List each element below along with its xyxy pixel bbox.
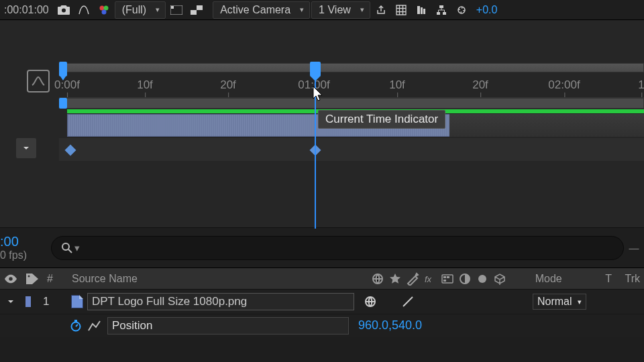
adjustment-icon[interactable] bbox=[458, 272, 472, 286]
svg-rect-8 bbox=[197, 10, 203, 15]
viewer-top-bar: :00:01:00 (Full) ▾ Active Camera ▾ 1 Vie… bbox=[0, 0, 644, 20]
svg-rect-24 bbox=[443, 280, 446, 282]
svg-line-32 bbox=[76, 324, 78, 326]
comp-info-strip: :00 0 fps) ▾ — bbox=[0, 228, 644, 268]
video-switch-icon[interactable] bbox=[371, 272, 384, 286]
svg-rect-22 bbox=[442, 275, 453, 283]
preview-timecode[interactable]: :00:01:00 bbox=[3, 4, 53, 16]
comp-timecode[interactable]: :00 bbox=[0, 234, 46, 249]
timeline-search[interactable]: ▾ bbox=[51, 236, 624, 260]
grid-icon[interactable] bbox=[392, 1, 411, 19]
comp-nav-icon[interactable] bbox=[74, 1, 93, 19]
3d-layer-icon[interactable] bbox=[476, 272, 489, 286]
property-name[interactable]: Position bbox=[107, 317, 349, 335]
svg-point-16 bbox=[62, 243, 69, 250]
index-header[interactable]: # bbox=[43, 268, 68, 289]
tick-label: 10f bbox=[137, 78, 153, 92]
blend-mode-dropdown[interactable]: Normal ▾ bbox=[533, 294, 586, 310]
flowchart-icon[interactable] bbox=[432, 1, 451, 19]
resolution-label: (Full) bbox=[122, 4, 146, 16]
layer-index: 1 bbox=[35, 290, 67, 314]
mode-header[interactable]: Mode bbox=[531, 268, 601, 289]
property-value[interactable]: 960.0,540.0 bbox=[358, 318, 422, 333]
camera-dropdown[interactable]: Active Camera ▾ bbox=[213, 1, 310, 19]
time-navigator[interactable] bbox=[59, 63, 644, 72]
svg-rect-10 bbox=[421, 7, 423, 14]
tooltip: Current Time Indicator bbox=[318, 110, 445, 129]
keyframe-diamond[interactable] bbox=[65, 145, 76, 156]
time-ruler[interactable]: 0:00f 10f 20f 01:00f 10f 20f 02:00f 1 bbox=[59, 72, 644, 98]
solo-switch-icon[interactable] bbox=[388, 272, 402, 286]
tick-label: 20f bbox=[220, 78, 236, 92]
value-graph-icon[interactable] bbox=[86, 318, 103, 334]
comp-fps: 0 fps) bbox=[0, 249, 46, 261]
frame-blend-icon[interactable]: fx bbox=[423, 272, 437, 286]
snapshot-icon[interactable] bbox=[54, 1, 73, 19]
share-view-icon[interactable] bbox=[372, 1, 390, 19]
shy-toggle-icon[interactable] bbox=[0, 268, 21, 289]
transparency-grid-icon[interactable] bbox=[167, 1, 186, 19]
camera-label: Active Camera bbox=[220, 4, 290, 16]
layer-bar-outside bbox=[449, 114, 644, 137]
svg-rect-23 bbox=[443, 276, 446, 278]
tag-icon[interactable] bbox=[21, 268, 43, 289]
keyframe-diamond[interactable] bbox=[310, 145, 321, 156]
svg-point-27 bbox=[478, 275, 486, 283]
view-count-label: 1 View bbox=[319, 4, 351, 16]
svg-text:fx: fx bbox=[425, 274, 432, 284]
motion-blur-icon[interactable] bbox=[441, 272, 454, 286]
timeline-viewport[interactable]: 0:00f 10f 20f 01:00f 10f 20f 02:00f 1 Cu… bbox=[0, 20, 644, 228]
mask-toggle-icon[interactable] bbox=[187, 1, 206, 19]
svg-rect-7 bbox=[191, 5, 197, 10]
effects-switch-icon[interactable] bbox=[406, 272, 419, 286]
svg-rect-14 bbox=[443, 12, 446, 15]
row-expand-toggle[interactable] bbox=[16, 138, 36, 158]
svg-point-2 bbox=[103, 5, 108, 10]
layer-source-name[interactable]: DPT Logo Full Size 1080p.png bbox=[87, 293, 354, 310]
footage-type-icon bbox=[71, 295, 83, 308]
exposure-value[interactable]: +0.0 bbox=[472, 4, 498, 16]
svg-rect-13 bbox=[437, 12, 440, 15]
trkmat-header-t[interactable]: T bbox=[601, 268, 621, 289]
current-time-indicator[interactable] bbox=[310, 62, 321, 76]
svg-point-1 bbox=[99, 5, 104, 10]
trkmat-header[interactable]: Trk bbox=[621, 268, 645, 289]
svg-line-17 bbox=[68, 249, 72, 253]
view-count-dropdown[interactable]: 1 View ▾ bbox=[311, 1, 370, 19]
svg-line-29 bbox=[403, 297, 413, 306]
svg-rect-11 bbox=[423, 9, 425, 14]
layer-label-color[interactable] bbox=[21, 290, 35, 314]
svg-rect-31 bbox=[74, 320, 77, 322]
svg-point-19 bbox=[28, 275, 30, 277]
stopwatch-icon[interactable] bbox=[67, 318, 85, 334]
tick-label: 10f bbox=[389, 78, 405, 92]
search-caret: ▾ bbox=[74, 242, 80, 254]
panel-menu-icon[interactable]: — bbox=[624, 242, 644, 253]
resolution-dropdown[interactable]: (Full) ▾ bbox=[115, 1, 166, 19]
video-on-icon[interactable] bbox=[364, 295, 377, 308]
layer-row[interactable]: 1 DPT Logo Full Size 1080p.png Normal ▾ bbox=[0, 290, 644, 314]
graph-editor-icon[interactable] bbox=[27, 70, 50, 93]
exposure-icon[interactable] bbox=[452, 1, 471, 19]
collapse-icon[interactable] bbox=[493, 272, 506, 286]
tick-label: 0:00f bbox=[54, 78, 80, 92]
chevron-down-icon: ▾ bbox=[360, 5, 364, 14]
in-point-handle[interactable] bbox=[59, 62, 67, 76]
keyframe-track[interactable] bbox=[59, 138, 644, 161]
property-row: Position 960.0,540.0 bbox=[0, 314, 644, 337]
svg-rect-5 bbox=[171, 6, 174, 9]
chevron-down-icon: ▾ bbox=[300, 5, 304, 14]
quality-switch-icon[interactable] bbox=[401, 295, 415, 308]
work-area-ruler[interactable] bbox=[59, 98, 644, 109]
guides-icon[interactable] bbox=[412, 1, 431, 19]
blend-mode-label: Normal bbox=[537, 296, 572, 308]
svg-rect-9 bbox=[417, 6, 420, 14]
chevron-down-icon: ▾ bbox=[156, 5, 160, 14]
channels-icon[interactable] bbox=[95, 1, 113, 19]
work-area-start-handle[interactable] bbox=[59, 98, 67, 109]
svg-point-0 bbox=[62, 8, 66, 12]
svg-point-3 bbox=[101, 9, 106, 14]
layer-expand-toggle[interactable] bbox=[0, 290, 21, 314]
source-name-header[interactable]: Source Name bbox=[68, 268, 367, 289]
tick-label: 02:00f bbox=[548, 78, 580, 92]
